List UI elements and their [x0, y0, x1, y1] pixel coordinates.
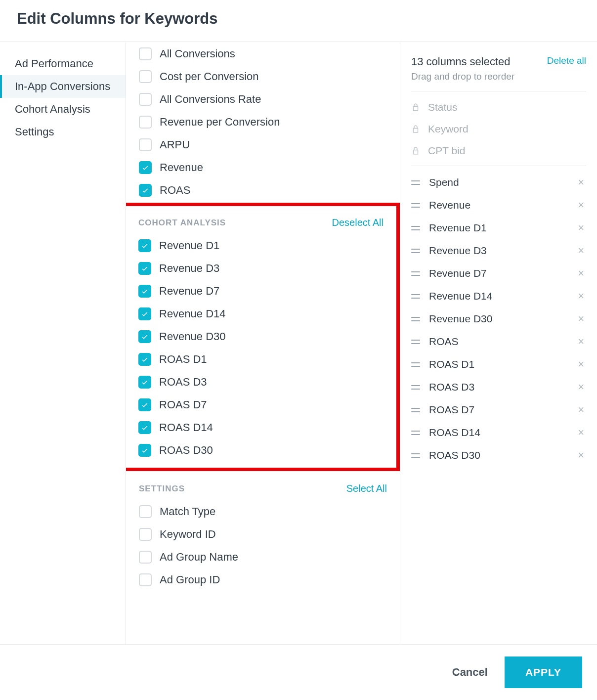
- checkbox-icon[interactable]: [138, 444, 151, 457]
- option-roas-d30[interactable]: ROAS D30: [126, 439, 396, 462]
- apply-button[interactable]: APPLY: [505, 656, 582, 688]
- drag-item-roas-d7[interactable]: ROAS D7×: [411, 398, 586, 421]
- option-roas[interactable]: ROAS: [126, 179, 400, 202]
- remove-column-button[interactable]: ×: [576, 176, 586, 189]
- checkbox-icon[interactable]: [138, 330, 151, 343]
- checkbox-icon[interactable]: [139, 184, 152, 197]
- remove-column-button[interactable]: ×: [576, 244, 586, 257]
- sidebar-item-ad-performance[interactable]: Ad Performance: [0, 52, 126, 75]
- locked-item-status: Status: [411, 96, 586, 118]
- checkbox-icon[interactable]: [139, 528, 152, 541]
- drag-item-roas[interactable]: ROAS×: [411, 330, 586, 353]
- columns-options[interactable]: All Conversions Cost per Conversion All …: [126, 43, 400, 644]
- option-keyword-id[interactable]: Keyword ID: [126, 523, 400, 546]
- drag-handle-icon[interactable]: [411, 271, 420, 276]
- option-roas-d3[interactable]: ROAS D3: [126, 371, 396, 394]
- option-ad-group-name[interactable]: Ad Group Name: [126, 546, 400, 569]
- drag-handle-icon[interactable]: [411, 340, 420, 344]
- checkbox-icon[interactable]: [139, 93, 152, 106]
- drag-item-revenue[interactable]: Revenue×: [411, 194, 586, 217]
- drag-handle-icon[interactable]: [411, 294, 420, 299]
- option-revenue-d14[interactable]: Revenue D14: [126, 303, 396, 325]
- checkbox-icon[interactable]: [138, 421, 151, 434]
- drag-handle-icon[interactable]: [411, 317, 420, 321]
- option-roas-d14[interactable]: ROAS D14: [126, 416, 396, 439]
- option-revenue-d3[interactable]: Revenue D3: [126, 257, 396, 280]
- selected-count: 13 columns selected: [411, 55, 511, 68]
- drag-handle-icon[interactable]: [411, 453, 420, 458]
- drag-item-revenue-d14[interactable]: Revenue D14×: [411, 285, 586, 307]
- option-revenue-per-conversion[interactable]: Revenue per Conversion: [126, 111, 400, 133]
- checkbox-icon[interactable]: [138, 307, 151, 320]
- drag-item-roas-d14[interactable]: ROAS D14×: [411, 421, 586, 444]
- checkbox-icon[interactable]: [139, 116, 152, 129]
- remove-column-button[interactable]: ×: [576, 381, 586, 394]
- drag-item-roas-d30[interactable]: ROAS D30×: [411, 444, 586, 467]
- drag-handle-icon[interactable]: [411, 249, 420, 253]
- checkbox-icon[interactable]: [138, 376, 151, 389]
- option-cost-per-conversion[interactable]: Cost per Conversion: [126, 65, 400, 88]
- remove-column-button[interactable]: ×: [576, 335, 586, 348]
- option-roas-d1[interactable]: ROAS D1: [126, 348, 396, 371]
- checkbox-icon[interactable]: [138, 262, 151, 275]
- drag-item-revenue-d1[interactable]: Revenue D1×: [411, 217, 586, 239]
- checkbox-icon[interactable]: [138, 239, 151, 252]
- remove-column-button[interactable]: ×: [576, 426, 586, 439]
- remove-column-button[interactable]: ×: [576, 449, 586, 462]
- delete-all-link[interactable]: Delete all: [547, 55, 586, 66]
- drag-handle-icon[interactable]: [411, 362, 420, 367]
- option-revenue[interactable]: Revenue: [126, 156, 400, 179]
- checkbox-icon[interactable]: [138, 398, 151, 411]
- option-arpu[interactable]: ARPU: [126, 133, 400, 156]
- remove-column-button[interactable]: ×: [576, 290, 586, 303]
- checkbox-icon[interactable]: [139, 551, 152, 564]
- checkbox-icon[interactable]: [138, 353, 151, 366]
- sidebar-item-cohort-analysis[interactable]: Cohort Analysis: [0, 98, 126, 121]
- drag-item-roas-d3[interactable]: ROAS D3×: [411, 376, 586, 398]
- drag-item-revenue-d7[interactable]: Revenue D7×: [411, 262, 586, 285]
- locked-item-cpt-bid: CPT bid: [411, 140, 586, 162]
- group-title: SETTINGS: [139, 484, 185, 494]
- selected-header: 13 columns selected Delete all: [411, 55, 586, 69]
- option-match-type[interactable]: Match Type: [126, 500, 400, 523]
- checkbox-icon[interactable]: [139, 161, 152, 174]
- remove-column-button[interactable]: ×: [576, 267, 586, 280]
- option-label: Ad Group Name: [160, 551, 238, 564]
- option-all-conversions[interactable]: All Conversions: [126, 43, 400, 65]
- remove-column-button[interactable]: ×: [576, 358, 586, 371]
- drag-handle-icon[interactable]: [411, 431, 420, 435]
- option-revenue-d1[interactable]: Revenue D1: [126, 234, 396, 257]
- sidebar-item-in-app-conversions[interactable]: In-App Conversions: [0, 75, 126, 98]
- remove-column-button[interactable]: ×: [576, 403, 586, 416]
- option-all-conversions-rate[interactable]: All Conversions Rate: [126, 88, 400, 111]
- checkbox-icon[interactable]: [139, 70, 152, 83]
- drag-handle-icon[interactable]: [411, 226, 420, 230]
- remove-column-button[interactable]: ×: [576, 221, 586, 234]
- option-revenue-d7[interactable]: Revenue D7: [126, 280, 396, 303]
- drag-handle-icon[interactable]: [411, 408, 420, 412]
- group-title: COHORT ANALYSIS: [138, 218, 226, 228]
- drag-handle-icon[interactable]: [411, 203, 420, 208]
- select-all-link[interactable]: Select All: [346, 483, 387, 494]
- checkbox-icon[interactable]: [139, 505, 152, 518]
- drag-item-revenue-d3[interactable]: Revenue D3×: [411, 239, 586, 262]
- option-roas-d7[interactable]: ROAS D7: [126, 394, 396, 416]
- drag-item-revenue-d30[interactable]: Revenue D30×: [411, 307, 586, 330]
- drag-handle-icon[interactable]: [411, 385, 420, 390]
- cancel-button[interactable]: Cancel: [447, 658, 493, 687]
- drag-label: Spend: [429, 176, 459, 188]
- option-revenue-d30[interactable]: Revenue D30: [126, 325, 396, 348]
- drag-handle-icon[interactable]: [411, 180, 420, 185]
- option-label: ROAS D30: [159, 444, 213, 457]
- drag-item-spend[interactable]: Spend×: [411, 171, 586, 194]
- remove-column-button[interactable]: ×: [576, 312, 586, 325]
- deselect-all-link[interactable]: Deselect All: [332, 217, 384, 228]
- checkbox-icon[interactable]: [138, 285, 151, 298]
- remove-column-button[interactable]: ×: [576, 199, 586, 212]
- option-ad-group-id[interactable]: Ad Group ID: [126, 569, 400, 591]
- sidebar-item-settings[interactable]: Settings: [0, 121, 126, 143]
- checkbox-icon[interactable]: [139, 47, 152, 60]
- drag-item-roas-d1[interactable]: ROAS D1×: [411, 353, 586, 376]
- checkbox-icon[interactable]: [139, 138, 152, 151]
- checkbox-icon[interactable]: [139, 573, 152, 586]
